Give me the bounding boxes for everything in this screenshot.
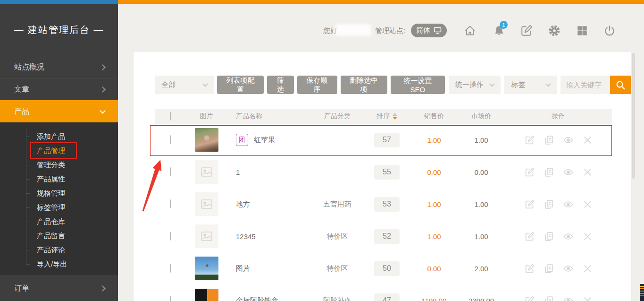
sidebar-item-site-overview[interactable]: 站点概况 — [0, 56, 118, 78]
select-all-checkbox[interactable] — [170, 112, 171, 120]
row-actions — [525, 232, 593, 241]
row-checkbox[interactable] — [170, 264, 171, 273]
table-row: 地方 五官用药 53 1.00 1.00 — [155, 188, 612, 220]
copy-icon[interactable] — [544, 232, 554, 241]
submenu-item-product-attributes[interactable]: 产品属性 — [0, 172, 118, 186]
sort-value[interactable]: 53 — [374, 197, 400, 212]
copy-icon[interactable] — [544, 296, 554, 301]
col-header-sort[interactable]: 排序 — [377, 112, 397, 120]
product-image[interactable] — [195, 289, 218, 301]
submenu-item-import-export[interactable]: 导入/导出 — [0, 257, 118, 271]
sort-arrows-icon — [393, 113, 397, 120]
row-checkbox[interactable] — [170, 167, 171, 176]
market-price: 1.00 — [474, 136, 488, 144]
product-image-placeholder[interactable] — [195, 192, 218, 216]
batch-operation-value: 统一操作 — [455, 80, 484, 89]
col-header-image: 图片 — [200, 112, 213, 120]
app-title: — 建站管理后台 — — [0, 4, 118, 56]
table-row: 金标阿胶铁盒 阿胶补血 47 1199.00 2399.00 — [155, 284, 612, 301]
home-icon[interactable] — [464, 25, 476, 37]
col-header-sale-price: 销售价 — [424, 112, 444, 120]
edit-icon[interactable] — [525, 232, 535, 241]
edit-icon[interactable] — [520, 25, 533, 37]
preview-eye-icon[interactable] — [563, 135, 573, 145]
sidebar-item-articles[interactable]: 文章 — [0, 78, 118, 100]
logout-power-icon[interactable] — [603, 25, 616, 37]
filter-button[interactable]: 筛选 — [267, 76, 293, 94]
preview-eye-icon[interactable] — [563, 167, 573, 177]
col-header-actions: 操作 — [552, 112, 565, 120]
row-checkbox[interactable] — [170, 199, 171, 208]
tag-select[interactable]: 标签 — [504, 76, 557, 94]
product-image[interactable] — [195, 128, 218, 152]
delete-selected-button[interactable]: 删除选中项 — [341, 76, 387, 94]
search-input[interactable] — [560, 76, 610, 94]
sort-value[interactable]: 47 — [374, 293, 400, 301]
product-name: 图片 — [236, 264, 250, 273]
row-checkbox[interactable] — [170, 232, 171, 241]
product-image[interactable] — [195, 257, 218, 280]
image-placeholder-icon — [201, 232, 212, 241]
delete-x-icon[interactable] — [583, 264, 593, 274]
delete-x-icon[interactable] — [583, 167, 593, 177]
row-checkbox[interactable] — [170, 135, 171, 144]
submenu-item-product-messages[interactable]: 产品留言 — [0, 229, 118, 243]
copy-icon[interactable] — [544, 135, 554, 145]
preview-eye-icon[interactable] — [563, 232, 573, 241]
vertical-scrollbar[interactable] — [632, 53, 635, 179]
submenu-item-tag-management[interactable]: 标签管理 — [0, 200, 118, 215]
list-config-button[interactable]: 列表项配置 — [217, 76, 264, 94]
search-button[interactable] — [610, 76, 631, 94]
sidebar-item-orders[interactable]: 订单 — [0, 275, 118, 301]
gear-icon[interactable] — [548, 25, 560, 37]
table-header-row: 图片 产品名称 产品分类 排序 销售价 市场价 操作 — [155, 109, 612, 124]
sort-value[interactable]: 57 — [374, 133, 400, 147]
sort-value[interactable]: 50 — [374, 261, 400, 276]
submenu-item-spec-management[interactable]: 规格管理 — [0, 186, 118, 200]
chevron-right-icon — [100, 86, 106, 93]
product-name: 12345 — [236, 232, 256, 241]
submenu-item-product-reviews[interactable]: 产品评论 — [0, 243, 118, 257]
submenu-item-manage-categories[interactable]: 管理分类 — [0, 158, 118, 172]
corner-widget — [640, 284, 644, 301]
col-header-category: 产品分类 — [324, 112, 351, 120]
search-icon — [615, 80, 626, 90]
copy-icon[interactable] — [544, 199, 554, 209]
row-checkbox[interactable] — [170, 296, 171, 301]
language-button[interactable]: 简体 — [411, 24, 447, 37]
category-filter-select[interactable]: 全部 — [155, 76, 214, 94]
product-submenu: 添加产品 产品管理 管理分类 产品属性 规格管理 标签管理 产品仓库 产品留言 … — [0, 122, 118, 275]
copy-icon[interactable] — [544, 264, 554, 274]
edit-icon[interactable] — [525, 167, 535, 177]
edit-icon[interactable] — [525, 264, 535, 274]
table-row: 1 55 0.00 0.00 — [155, 156, 612, 188]
delete-x-icon[interactable] — [583, 232, 593, 241]
submenu-item-product-warehouse[interactable]: 产品仓库 — [0, 215, 118, 229]
redacted-username — [335, 24, 371, 36]
delete-x-icon[interactable] — [583, 135, 593, 145]
batch-operation-select[interactable]: 统一操作 — [449, 76, 501, 94]
copy-icon[interactable] — [544, 167, 554, 177]
preview-eye-icon[interactable] — [563, 264, 573, 274]
preview-eye-icon[interactable] — [563, 199, 573, 209]
batch-seo-button[interactable]: 统一设置SEO — [391, 76, 445, 94]
sort-value[interactable]: 55 — [374, 165, 400, 180]
product-image-placeholder[interactable] — [195, 224, 218, 248]
submenu-item-add-product[interactable]: 添加产品 — [0, 129, 118, 144]
row-actions — [525, 167, 593, 177]
apps-grid-icon[interactable] — [576, 25, 588, 37]
product-name: 地方 — [236, 200, 250, 209]
topbar: 您好 管理站点: 简体 1 — [118, 4, 644, 51]
delete-x-icon[interactable] — [583, 296, 593, 301]
save-order-button[interactable]: 保存顺序 — [297, 76, 337, 94]
submenu-item-product-management[interactable]: 产品管理 — [0, 144, 118, 158]
edit-icon[interactable] — [525, 135, 535, 145]
edit-icon[interactable] — [525, 199, 535, 209]
delete-x-icon[interactable] — [583, 199, 593, 209]
sort-value[interactable]: 52 — [374, 229, 400, 244]
product-image-placeholder[interactable] — [195, 160, 218, 184]
edit-icon[interactable] — [525, 296, 535, 301]
preview-eye-icon[interactable] — [563, 296, 573, 301]
sidebar-item-products[interactable]: 产品 — [0, 100, 118, 122]
manage-site-label: 管理站点: — [375, 26, 405, 35]
